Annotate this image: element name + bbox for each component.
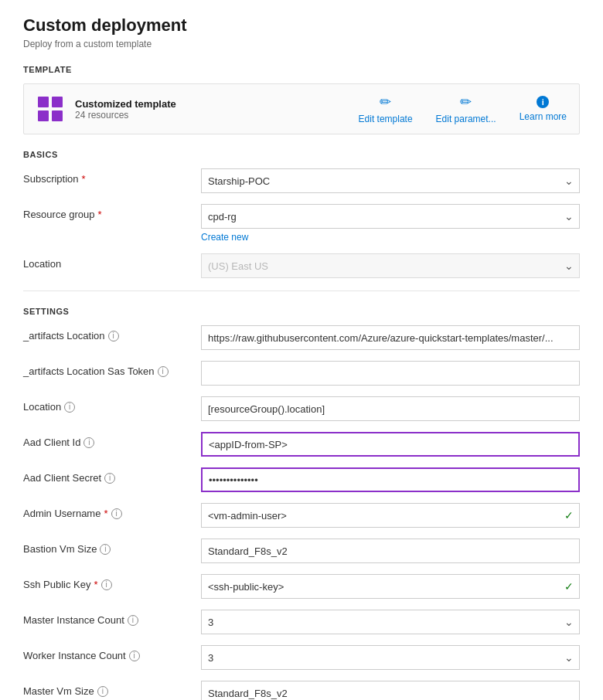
svg-rect-1 [52, 97, 63, 107]
learn-more-button[interactable]: i Learn more [520, 96, 567, 122]
template-section-header: TEMPLATE [23, 65, 580, 74]
ssh-public-key-label: Ssh Public Key * i [23, 574, 201, 590]
artifacts-sas-label: _artifacts Location Sas Token i [23, 361, 201, 377]
svg-rect-3 [52, 110, 63, 121]
subscription-row: Subscription * Starship-POC ⌄ [23, 168, 580, 193]
template-name: Customized template [75, 98, 359, 110]
aad-client-id-control [201, 432, 580, 457]
admin-username-control: <vm-admin-user> ✓ [201, 503, 580, 528]
ssh-public-key-select[interactable]: <ssh-public-key> [201, 574, 580, 599]
template-info: Customized template 24 resources [75, 98, 359, 121]
resource-group-control: cpd-rg ⌄ Create new [201, 204, 580, 243]
admin-username-label: Admin Username * i [23, 503, 201, 519]
settings-form: _artifacts Location i _artifacts Locatio… [23, 325, 580, 700]
worker-instance-count-info-icon[interactable]: i [129, 651, 140, 661]
settings-location-input[interactable] [201, 396, 580, 421]
artifacts-location-input[interactable] [201, 325, 580, 350]
aad-client-secret-row: Aad Client Secret i [23, 467, 580, 492]
edit-parameters-icon: ✏ [460, 93, 472, 110]
admin-username-select[interactable]: <vm-admin-user> [201, 503, 580, 528]
location-select-wrap: (US) East US ⌄ [201, 253, 580, 278]
subscription-required: * [82, 173, 86, 185]
basics-settings-divider [23, 291, 580, 291]
artifacts-location-row: _artifacts Location i [23, 325, 580, 350]
template-card: Customized template 24 resources ✏ Edit … [23, 83, 580, 134]
aad-client-id-row: Aad Client Id i [23, 432, 580, 457]
basics-form: Subscription * Starship-POC ⌄ Resource g… [23, 168, 580, 278]
worker-instance-count-control: 3 ⌄ [201, 645, 580, 670]
subscription-label: Subscription * [23, 168, 201, 185]
template-resources: 24 resources [75, 110, 359, 121]
artifacts-location-info-icon[interactable]: i [108, 331, 119, 342]
bastion-vm-size-label: Bastion Vm Size i [23, 539, 201, 555]
aad-client-secret-input[interactable] [201, 467, 580, 492]
subscription-control: Starship-POC ⌄ [201, 168, 580, 193]
settings-location-row: Location i [23, 396, 580, 421]
master-instance-count-label: Master Instance Count i [23, 610, 201, 626]
master-vm-size-input[interactable] [201, 681, 580, 700]
location-row: Location (US) East US ⌄ [23, 253, 580, 278]
settings-location-control [201, 396, 580, 421]
location-label: Location [23, 253, 201, 270]
bastion-vm-size-info-icon[interactable]: i [100, 544, 111, 555]
bastion-vm-size-control [201, 539, 580, 563]
worker-instance-count-label: Worker Instance Count i [23, 645, 201, 661]
admin-username-required: * [104, 508, 107, 519]
artifacts-sas-info-icon[interactable]: i [158, 366, 169, 377]
worker-instance-count-row: Worker Instance Count i 3 ⌄ [23, 645, 580, 670]
artifacts-sas-control [201, 361, 580, 386]
resource-group-required: * [98, 209, 102, 220]
master-instance-count-select[interactable]: 3 [201, 610, 580, 634]
admin-username-select-wrap: <vm-admin-user> ✓ [201, 503, 580, 528]
artifacts-sas-row: _artifacts Location Sas Token i [23, 361, 580, 386]
learn-more-label: Learn more [520, 111, 567, 122]
edit-template-icon: ✏ [380, 93, 391, 110]
master-instance-count-info-icon[interactable]: i [128, 615, 138, 626]
subscription-select-wrap: Starship-POC ⌄ [201, 168, 580, 193]
page-subtitle: Deploy from a custom template [23, 39, 580, 49]
settings-section-header: SETTINGS [23, 307, 580, 316]
artifacts-sas-input[interactable] [201, 361, 580, 386]
aad-client-id-input[interactable] [201, 432, 580, 457]
worker-instance-count-select-wrap: 3 ⌄ [201, 645, 580, 670]
resource-group-label: Resource group * [23, 204, 201, 220]
master-vm-size-info-icon[interactable]: i [97, 686, 108, 697]
page-title: Custom deployment [23, 15, 580, 36]
worker-instance-count-select[interactable]: 3 [201, 645, 580, 670]
svg-rect-2 [38, 110, 49, 121]
master-instance-count-row: Master Instance Count i 3 ⌄ [23, 610, 580, 634]
edit-template-button[interactable]: ✏ Edit template [359, 93, 413, 124]
aad-client-secret-label: Aad Client Secret i [23, 467, 201, 484]
admin-username-check-icon: ✓ [564, 509, 574, 522]
edit-template-label: Edit template [359, 114, 413, 124]
master-instance-count-select-wrap: 3 ⌄ [201, 610, 580, 634]
ssh-public-key-info-icon[interactable]: i [101, 579, 112, 590]
svg-rect-0 [38, 97, 49, 107]
settings-location-info-icon[interactable]: i [64, 402, 75, 413]
artifacts-location-label: _artifacts Location i [23, 325, 201, 342]
ssh-public-key-check-icon: ✓ [564, 580, 574, 593]
subscription-select[interactable]: Starship-POC [201, 168, 580, 193]
learn-more-icon: i [537, 96, 549, 108]
ssh-public-key-control: <ssh-public-key> ✓ [201, 574, 580, 599]
resource-group-select-wrap: cpd-rg ⌄ [201, 204, 580, 229]
master-vm-size-control [201, 681, 580, 700]
resource-group-row: Resource group * cpd-rg ⌄ Create new [23, 204, 580, 243]
template-icon [36, 95, 64, 123]
bastion-vm-size-input[interactable] [201, 539, 580, 563]
master-instance-count-control: 3 ⌄ [201, 610, 580, 634]
settings-location-label: Location i [23, 396, 201, 413]
master-vm-size-label: Master Vm Size i [23, 681, 201, 697]
resource-group-select[interactable]: cpd-rg [201, 204, 580, 229]
aad-client-id-label: Aad Client Id i [23, 432, 201, 448]
aad-client-id-info-icon[interactable]: i [83, 437, 94, 448]
ssh-public-key-select-wrap: <ssh-public-key> ✓ [201, 574, 580, 599]
template-actions: ✏ Edit template ✏ Edit paramet... i Lear… [359, 93, 567, 124]
aad-client-secret-control [201, 467, 580, 492]
edit-parameters-label: Edit paramet... [436, 114, 496, 124]
create-new-link[interactable]: Create new [201, 232, 580, 243]
admin-username-info-icon[interactable]: i [111, 508, 122, 519]
location-select[interactable]: (US) East US [201, 253, 580, 278]
aad-client-secret-info-icon[interactable]: i [104, 473, 115, 484]
edit-parameters-button[interactable]: ✏ Edit paramet... [436, 93, 496, 124]
